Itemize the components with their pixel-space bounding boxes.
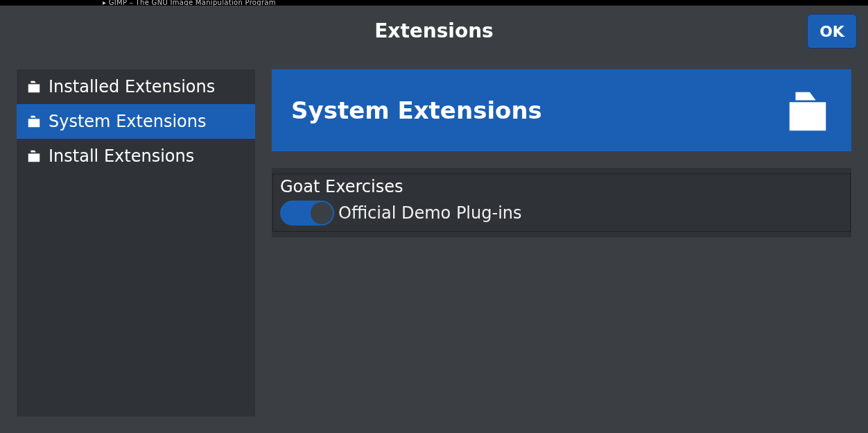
dialog-title: Extensions <box>374 19 494 42</box>
extension-row: Official Demo Plug-ins <box>273 196 850 231</box>
dialog-body: Installed Extensions System Extensions I… <box>0 56 868 433</box>
extension-enable-toggle[interactable] <box>280 201 334 226</box>
extension-description: Official Demo Plug-ins <box>338 203 522 223</box>
extensions-list: Goat Exercises Official Demo Plug-ins <box>272 168 851 237</box>
ok-button[interactable]: OK <box>807 14 857 49</box>
package-icon <box>26 148 42 164</box>
toggle-thumb <box>311 202 333 224</box>
sidebar-item-installed-extensions[interactable]: Installed Extensions <box>17 69 255 104</box>
dialog-header: Extensions OK <box>0 6 868 56</box>
extension-name: Goat Exercises <box>273 174 850 196</box>
sidebar-item-system-extensions[interactable]: System Extensions <box>17 104 255 139</box>
sidebar-item-label: Installed Extensions <box>49 77 215 96</box>
sidebar-item-install-extensions[interactable]: Install Extensions <box>17 139 255 173</box>
package-icon <box>26 114 42 129</box>
package-large-icon <box>783 86 832 135</box>
window-titlebar-remnant: ▸ GIMP – The GNU Image Manipulation Prog… <box>103 0 276 6</box>
panel-title: System Extensions <box>291 96 542 124</box>
sidebar: Installed Extensions System Extensions I… <box>17 69 255 416</box>
panel-header: System Extensions <box>272 69 851 151</box>
ok-button-label: OK <box>819 23 844 40</box>
extension-item: Goat Exercises Official Demo Plug-ins <box>272 173 851 232</box>
extensions-dialog: Extensions OK Installed Extensions Syste… <box>0 6 868 433</box>
sidebar-item-label: System Extensions <box>49 112 206 131</box>
main-panel: System Extensions Goat Exercises Officia… <box>272 69 851 416</box>
sidebar-item-label: Install Extensions <box>49 146 194 166</box>
package-icon <box>26 79 42 94</box>
